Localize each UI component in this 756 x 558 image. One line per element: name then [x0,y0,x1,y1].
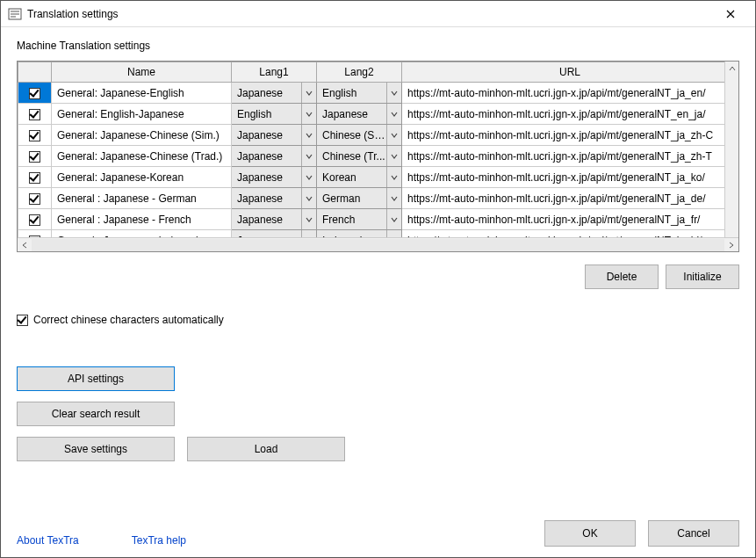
row-lang1-dropdown[interactable]: English [232,104,317,125]
horizontal-scrollbar[interactable] [18,237,738,251]
row-checkbox-cell[interactable] [18,230,52,237]
delete-button[interactable]: Delete [585,265,659,289]
column-header-url[interactable]: URL [402,62,738,83]
auto-correct-checkbox[interactable] [17,315,28,326]
row-name: General: Japanese-English [52,83,232,104]
row-lang1-dropdown[interactable]: Japanese [232,167,317,188]
row-lang1-dropdown[interactable]: Japanese [232,188,317,209]
row-checkbox[interactable] [29,193,40,205]
save-settings-button[interactable]: Save settings [17,437,175,461]
row-checkbox-cell[interactable] [18,167,52,188]
chevron-down-icon [386,209,401,229]
chevron-down-icon [386,188,401,208]
ok-button[interactable]: OK [544,520,636,547]
table-row[interactable]: General : Japanese - FrenchJapaneseFrenc… [18,209,738,230]
close-button[interactable] [713,2,748,26]
column-header-check[interactable] [18,62,52,83]
row-name: General: Japanese-Chinese (Sim.) [52,125,232,146]
row-lang2-dropdown[interactable]: Japanese [317,104,402,125]
row-lang2-dropdown[interactable]: Chinese (Tr... [317,146,402,167]
row-checkbox-cell[interactable] [18,104,52,125]
row-lang1-dropdown[interactable]: Japanese [232,83,317,104]
row-lang2-dropdown[interactable]: Chinese (Si... [317,125,402,146]
row-checkbox[interactable] [29,109,40,120]
translation-settings-dialog: Translation settings Machine Translation… [0,0,756,558]
column-header-lang2[interactable]: Lang2 [317,62,402,83]
row-checkbox[interactable] [29,214,40,226]
row-url: https://mt-auto-minhon-mlt.ucri.jgn-x.jp… [402,125,738,146]
row-name: General: Japanese-Korean [52,167,232,188]
scroll-up-icon[interactable] [726,62,738,76]
auto-correct-label: Correct chinese characters automatically [33,314,224,326]
help-link[interactable]: TexTra help [132,534,186,547]
about-link[interactable]: About TexTra [17,534,79,547]
row-checkbox[interactable] [29,151,40,163]
row-lang1-dropdown[interactable]: Japanese [232,209,317,230]
column-header-name[interactable]: Name [52,62,232,83]
chevron-down-icon [386,83,401,103]
row-checkbox-cell[interactable] [18,83,52,104]
row-lang1-dropdown[interactable]: Japanese [232,230,317,237]
table-row[interactable]: General : Japanese - GermanJapaneseGerma… [18,188,738,209]
table-row[interactable]: General: English-JapaneseEnglishJapanese… [18,104,738,125]
column-header-lang1[interactable]: Lang1 [232,62,317,83]
chevron-down-icon [386,125,401,145]
api-settings-button[interactable]: API settings [17,366,175,391]
row-lang2-dropdown[interactable]: Korean [317,167,402,188]
table-row[interactable]: General: Japanese-Chinese (Trad.)Japanes… [18,146,738,167]
dialog-content: Machine Translation settings Name Lang1 … [1,27,755,557]
scrollbar-track[interactable] [32,239,724,251]
load-button[interactable]: Load [187,437,345,461]
row-url: https://mt-auto-minhon-mlt.ucri.jgn-x.jp… [402,188,738,209]
row-name: General : Japanese - Indonesian [52,230,232,237]
row-checkbox-cell[interactable] [18,125,52,146]
scroll-right-icon[interactable] [724,239,738,251]
chevron-down-icon [301,83,316,103]
row-lang2-dropdown[interactable]: Indonesian [317,230,402,237]
cancel-button[interactable]: Cancel [648,520,739,547]
chevron-down-icon [301,188,316,208]
row-checkbox[interactable] [29,88,40,99]
titlebar: Translation settings [1,1,755,27]
row-lang2-dropdown[interactable]: German [317,188,402,209]
initialize-button[interactable]: Initialize [666,265,739,289]
translation-engines-grid: Name Lang1 Lang2 URL General: Japanese-E… [17,61,739,252]
row-name: General: Japanese-Chinese (Trad.) [52,146,232,167]
scroll-left-icon[interactable] [18,239,32,251]
row-url: https://mt-auto-minhon-mlt.ucri.jgn-x.jp… [402,230,738,237]
table-row[interactable]: General: Japanese-KoreanJapaneseKoreanht… [18,167,738,188]
chevron-down-icon [301,104,316,124]
chevron-down-icon [386,104,401,124]
section-heading: Machine Translation settings [17,40,739,52]
row-checkbox-cell[interactable] [18,209,52,230]
chevron-down-icon [301,167,316,187]
table-row[interactable]: General: Japanese-EnglishJapaneseEnglish… [18,83,738,104]
table-row[interactable]: General: Japanese-Chinese (Sim.)Japanese… [18,125,738,146]
chevron-down-icon [301,146,316,166]
chevron-down-icon [386,146,401,166]
row-checkbox-cell[interactable] [18,146,52,167]
window-title: Translation settings [27,8,713,20]
row-url: https://mt-auto-minhon-mlt.ucri.jgn-x.jp… [402,104,738,125]
clear-search-button[interactable]: Clear search result [17,402,175,426]
row-checkbox[interactable] [29,172,40,184]
chevron-down-icon [301,125,316,145]
row-url: https://mt-auto-minhon-mlt.ucri.jgn-x.jp… [402,146,738,167]
row-checkbox-cell[interactable] [18,188,52,209]
chevron-down-icon [386,167,401,187]
vertical-scrollbar[interactable] [724,62,738,237]
chevron-down-icon [301,209,316,229]
row-lang1-dropdown[interactable]: Japanese [232,146,317,167]
table-row[interactable]: General : Japanese - IndonesianJapaneseI… [18,230,738,237]
row-url: https://mt-auto-minhon-mlt.ucri.jgn-x.jp… [402,209,738,230]
row-lang1-dropdown[interactable]: Japanese [232,125,317,146]
row-name: General : Japanese - French [52,209,232,230]
row-url: https://mt-auto-minhon-mlt.ucri.jgn-x.jp… [402,167,738,188]
app-icon [8,7,22,21]
chevron-down-icon [301,230,316,237]
row-lang2-dropdown[interactable]: French [317,209,402,230]
row-name: General: English-Japanese [52,104,232,125]
row-lang2-dropdown[interactable]: English [317,83,402,104]
row-checkbox[interactable] [29,130,40,141]
row-url: https://mt-auto-minhon-mlt.ucri.jgn-x.jp… [402,83,738,104]
